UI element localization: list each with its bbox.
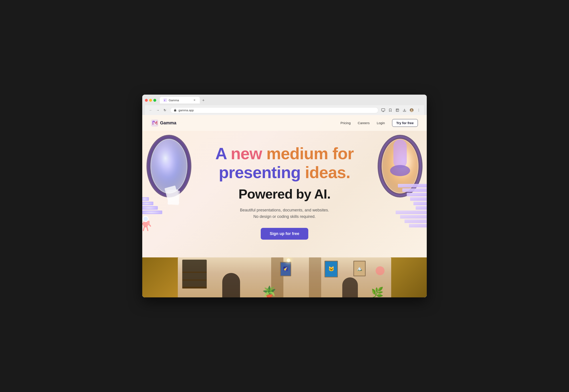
browser-window: γ Gamma ✕ + ← → ↻ <box>142 95 427 297</box>
wall-picture-2: 🐱 <box>324 261 338 277</box>
more-options-icon[interactable] <box>416 108 422 113</box>
hero-title: A new medium for presenting ideas. <box>151 144 418 182</box>
signup-button[interactable]: Sign up for free <box>261 228 308 240</box>
hero-title-for: for <box>333 144 354 163</box>
careers-link[interactable]: Careers <box>358 121 370 125</box>
hero-section: A new medium for presenting ideas. Power… <box>142 131 427 257</box>
tab-close-button[interactable]: ✕ <box>193 98 196 102</box>
profile-icon[interactable] <box>409 108 414 113</box>
photo-strip: 🌠 🐱 🏔️ 🪴 🌿 <box>142 257 427 297</box>
download-icon[interactable] <box>402 108 407 113</box>
tab-favicon-icon: γ <box>163 98 167 102</box>
browser-tab[interactable]: γ Gamma ✕ <box>160 97 200 103</box>
tab-title: Gamma <box>169 98 179 102</box>
hero-title-ideas: ideas. <box>305 163 350 182</box>
photo-strip-inner: 🌠 🐱 🏔️ 🪴 🌿 <box>178 257 391 297</box>
hero-title-medium: medium <box>262 144 333 163</box>
site-nav: Gamma Pricing Careers Login Try for free <box>142 115 427 131</box>
hero-title-a: A <box>215 144 231 163</box>
svg-point-7 <box>419 111 419 112</box>
logo[interactable]: Gamma <box>151 119 176 126</box>
svg-text:γ: γ <box>164 99 165 101</box>
back-icon: ← <box>149 108 152 112</box>
nav-links: Pricing Careers Login Try for free <box>340 119 418 127</box>
person-2 <box>342 277 358 297</box>
svg-rect-2 <box>382 109 385 111</box>
wall-picture-1: 🌠 <box>280 262 291 276</box>
try-for-free-button[interactable]: Try for free <box>392 119 418 127</box>
browser-chrome: γ Gamma ✕ + ← → ↻ <box>142 95 427 115</box>
lock-icon <box>174 109 177 112</box>
hero-title-presenting: presenting <box>219 163 305 182</box>
ceiling-beam-right <box>309 257 321 297</box>
ceiling-light <box>287 259 290 262</box>
forward-icon: → <box>156 108 159 112</box>
nav-buttons: ← → ↻ <box>147 107 168 113</box>
minimize-button[interactable] <box>149 99 152 102</box>
svg-point-4 <box>411 109 412 110</box>
hero-desc-line2: No design or coding skills required. <box>253 214 316 219</box>
reload-button[interactable]: ↻ <box>162 107 168 113</box>
url-display: gamma.app <box>178 109 194 112</box>
plant-2: 🌿 <box>371 287 384 297</box>
toolbar-actions <box>380 108 422 113</box>
address-bar[interactable]: gamma.app <box>170 107 378 113</box>
traffic-lights <box>145 99 156 102</box>
pink-circle-decoration <box>376 266 384 275</box>
svg-point-5 <box>419 109 419 109</box>
hero-description: Beautiful presentations, documents, and … <box>151 207 418 220</box>
hero-subtitle: Powered by AI. <box>151 186 418 202</box>
pricing-link[interactable]: Pricing <box>340 121 351 125</box>
close-button[interactable] <box>145 99 148 102</box>
svg-point-6 <box>419 110 419 110</box>
wall-picture-3: 🏔️ <box>353 261 366 276</box>
tab-bar: γ Gamma ✕ + <box>160 97 206 103</box>
browser-toolbar: ← → ↻ gamma.app <box>145 105 424 115</box>
extensions-icon[interactable] <box>395 108 400 113</box>
new-tab-button[interactable]: + <box>200 97 206 103</box>
website-content: Gamma Pricing Careers Login Try for free… <box>142 115 427 297</box>
browser-titlebar: γ Gamma ✕ + <box>145 97 424 103</box>
bookshelf <box>182 260 207 289</box>
bookmark-icon[interactable] <box>388 108 393 113</box>
reload-icon: ↻ <box>164 108 166 112</box>
forward-button[interactable]: → <box>155 107 161 113</box>
hero-title-new: new <box>231 144 262 163</box>
plant-1: 🪴 <box>262 286 276 297</box>
hero-desc-line1: Beautiful presentations, documents, and … <box>240 208 329 212</box>
login-link[interactable]: Login <box>377 121 385 125</box>
person-1 <box>222 273 240 297</box>
back-button[interactable]: ← <box>147 107 154 113</box>
screen-cast-icon[interactable] <box>380 108 386 113</box>
logo-icon <box>151 119 158 126</box>
maximize-button[interactable] <box>153 99 156 102</box>
